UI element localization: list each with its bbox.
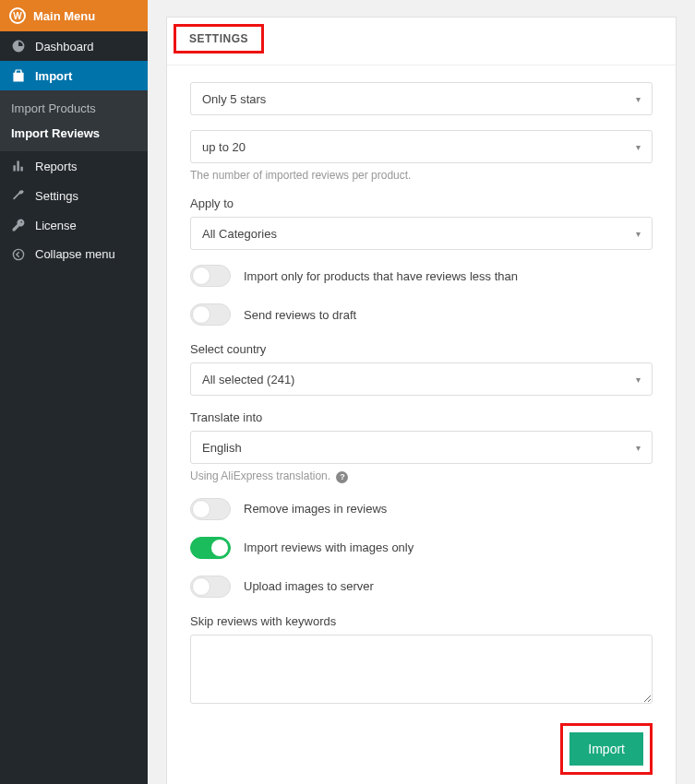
- count-value: up to 20: [202, 140, 246, 154]
- country-label: Select country: [190, 342, 653, 356]
- chart-icon: [9, 159, 28, 173]
- translate-select[interactable]: English ▾: [190, 431, 653, 464]
- toggle-images-only[interactable]: [190, 537, 231, 559]
- translate-value: English: [202, 441, 242, 455]
- submenu-import-products[interactable]: Import Products: [0, 96, 148, 121]
- chevron-down-icon: ▾: [636, 229, 641, 239]
- bag-icon: [9, 68, 28, 83]
- toggle-remove-images[interactable]: [190, 498, 231, 520]
- panel-header: SETTINGS: [167, 18, 676, 65]
- stars-select[interactable]: Only 5 stars ▾: [190, 82, 653, 115]
- apply-to-select[interactable]: All Categories ▾: [190, 217, 653, 250]
- import-highlight: Import: [560, 723, 653, 775]
- dashboard-icon: [9, 39, 28, 53]
- sidebar-item-dashboard[interactable]: Dashboard: [0, 31, 148, 61]
- sidebar-item-license[interactable]: License: [0, 210, 148, 240]
- sidebar-item-label: Reports: [35, 160, 78, 173]
- import-button[interactable]: Import: [569, 732, 643, 766]
- sidebar-item-collapse[interactable]: Collapse menu: [0, 240, 148, 268]
- wrench-icon: [9, 188, 28, 203]
- panel-title: SETTINGS: [174, 24, 264, 53]
- svg-point-0: [13, 249, 23, 259]
- chevron-down-icon: ▾: [636, 94, 641, 104]
- key-icon: [9, 218, 28, 232]
- country-select[interactable]: All selected (241) ▾: [190, 362, 653, 396]
- apply-to-value: All Categories: [202, 227, 277, 241]
- submenu-import-reviews[interactable]: Import Reviews: [0, 121, 148, 146]
- main-menu-bar[interactable]: W Main Menu: [0, 0, 148, 31]
- stars-value: Only 5 stars: [202, 92, 266, 106]
- count-select[interactable]: up to 20 ▾: [190, 130, 653, 163]
- toggle-draft[interactable]: [190, 303, 231, 326]
- sidebar-item-settings[interactable]: Settings: [0, 181, 148, 210]
- toggle-less-than-label: Import only for products that have revie…: [244, 269, 518, 283]
- toggle-upload-server-label: Upload images to server: [244, 579, 374, 593]
- help-icon[interactable]: ?: [336, 471, 348, 483]
- sidebar-item-label: Dashboard: [35, 40, 94, 53]
- sidebar-item-label: Settings: [35, 189, 78, 203]
- toggle-upload-server[interactable]: [190, 576, 231, 598]
- toggle-draft-label: Send reviews to draft: [244, 308, 356, 322]
- import-submenu: Import Products Import Reviews: [0, 90, 148, 151]
- toggle-images-only-label: Import reviews with images only: [244, 540, 413, 554]
- sidebar-item-label: Import: [35, 69, 72, 83]
- wordpress-icon: W: [9, 7, 26, 24]
- sidebar-item-reports[interactable]: Reports: [0, 151, 148, 181]
- admin-sidebar: W Main Menu Dashboard Import Import Prod…: [0, 0, 148, 784]
- toggle-less-than[interactable]: [190, 265, 231, 287]
- apply-to-label: Apply to: [190, 196, 653, 210]
- chevron-down-icon: ▾: [636, 142, 641, 152]
- country-value: All selected (241): [202, 373, 294, 386]
- content-area: SETTINGS Only 5 stars ▾ up to 20 ▾ The n…: [148, 0, 695, 784]
- toggle-remove-images-label: Remove images in reviews: [244, 502, 387, 516]
- count-help: The number of imported reviews per produ…: [190, 169, 653, 182]
- translate-label: Translate into: [190, 410, 653, 424]
- settings-panel: SETTINGS Only 5 stars ▾ up to 20 ▾ The n…: [166, 17, 677, 784]
- sidebar-item-label: Collapse menu: [35, 247, 115, 261]
- collapse-icon: [9, 248, 28, 261]
- chevron-down-icon: ▾: [636, 443, 641, 453]
- chevron-down-icon: ▾: [636, 374, 641, 385]
- skip-label: Skip reviews with keywords: [190, 614, 653, 628]
- sidebar-item-label: License: [35, 219, 77, 232]
- skip-keywords-textarea[interactable]: [190, 635, 653, 704]
- translate-help: Using AliExpress translation. ?: [190, 469, 653, 483]
- sidebar-item-import[interactable]: Import: [0, 61, 148, 90]
- main-menu-label: Main Menu: [33, 9, 95, 23]
